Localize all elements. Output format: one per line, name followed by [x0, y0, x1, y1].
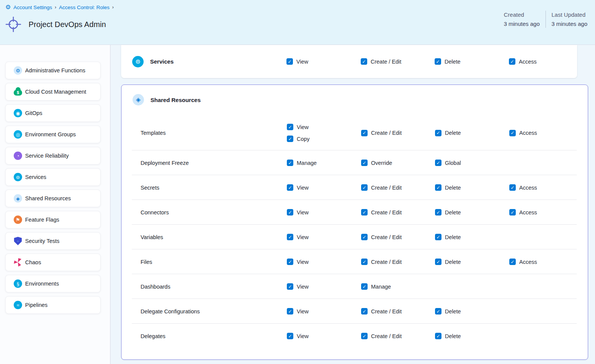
gitops-icon: ◉	[14, 109, 22, 117]
checkbox-create-edit[interactable]: ✓	[361, 209, 368, 216]
checkbox-delete[interactable]: ✓	[435, 209, 441, 216]
checkbox-view[interactable]: ✓	[287, 308, 293, 315]
permission-cell: ✓View	[287, 299, 309, 324]
page-header: ⚙Account Settings›Access Control: Roles›…	[0, 0, 595, 45]
permission-label: Delete	[445, 185, 461, 191]
shared-resources-card: ◈ Shared Resources Templates✓View✓Copy✓C…	[121, 85, 588, 360]
permission-cell: ✓Delete	[435, 115, 461, 150]
checkbox-access[interactable]: ✓	[509, 259, 516, 265]
sidebar-item-environment-groups[interactable]: ◎Environment Groups	[5, 126, 101, 143]
checkbox-create-edit[interactable]: ✓	[361, 184, 368, 191]
services-card-header: ⊚ Services	[132, 45, 174, 78]
checkbox-view[interactable]: ✓	[287, 209, 293, 216]
checkbox-delete[interactable]: ✓	[435, 58, 441, 65]
permission-row-files: Files✓View✓Create / Edit✓Delete✓Access	[122, 249, 588, 274]
sidebar-item-shared-resources[interactable]: ◈Shared Resources	[5, 190, 101, 207]
checkbox-create-edit[interactable]: ✓	[361, 234, 368, 240]
shared-resources-diamond-icon: ◈	[133, 94, 144, 105]
checkbox-delete[interactable]: ✓	[435, 184, 441, 191]
checkbox-view[interactable]: ✓	[287, 283, 293, 290]
permission-label: View	[297, 308, 309, 315]
permission-item-override: ✓Override	[361, 160, 392, 166]
security-shield-icon: ◦	[14, 237, 22, 245]
permission-cell: ✓Create / Edit	[361, 249, 402, 274]
sidebar-item-service-reliability[interactable]: ◔Service Reliability	[5, 147, 101, 164]
permission-label: Access	[519, 59, 537, 65]
checkbox-override[interactable]: ✓	[361, 160, 368, 166]
permission-item-access: ✓Access	[509, 209, 537, 216]
sidebar-item-label: Shared Resources	[25, 195, 71, 201]
permission-item-view: ✓View	[286, 58, 308, 65]
checkbox-delete[interactable]: ✓	[435, 308, 441, 315]
breadcrumb-link-access-control-roles[interactable]: Access Control: Roles	[59, 5, 110, 10]
permission-cell: ✓Create / Edit	[361, 175, 402, 200]
checkbox-view[interactable]: ✓	[287, 124, 293, 130]
permission-row-connectors: Connectors✓View✓Create / Edit✓Delete✓Acc…	[122, 200, 588, 225]
permission-row-deployment-freeze: Deployment Freeze✓Manage✓Override✓Global	[122, 150, 588, 175]
sidebar-item-label: Feature Flags	[25, 217, 59, 223]
permission-row-templates: Templates✓View✓Copy✓Create / Edit✓Delete…	[122, 115, 588, 150]
permission-label: Copy	[297, 136, 310, 142]
resource-label: Delegates	[141, 324, 165, 348]
checkbox-manage[interactable]: ✓	[361, 283, 368, 290]
permission-item-manage: ✓Manage	[361, 283, 391, 290]
sidebar-item-gitops[interactable]: ◉GitOps	[5, 104, 101, 122]
sidebar-item-cloud-cost-management[interactable]: $Cloud Cost Management	[5, 83, 101, 101]
permission-item-delete: ✓Delete	[435, 130, 461, 136]
sidebar-item-chaos[interactable]: Chaos	[5, 254, 101, 271]
checkbox-create-edit[interactable]: ✓	[361, 333, 368, 339]
permission-row-dashboards: Dashboards✓View✓Manage	[122, 274, 588, 299]
permission-cell: ✓View	[287, 274, 309, 299]
permission-row-delegate-configurations: Delegate Configurations✓View✓Create / Ed…	[122, 299, 588, 324]
resource-label: Dashboards	[141, 274, 170, 299]
checkbox-access[interactable]: ✓	[509, 209, 516, 216]
sidebar-item-label: Environments	[25, 281, 59, 287]
target-crosshair-icon	[5, 16, 22, 33]
page-title: Project DevOps Admin	[29, 20, 106, 29]
sidebar-item-administrative-functions[interactable]: ⚙Administrative Functions	[5, 62, 101, 79]
sidebar-item-services[interactable]: ⊚Services	[5, 168, 101, 186]
permission-label: Access	[519, 209, 537, 216]
checkbox-access[interactable]: ✓	[509, 58, 515, 65]
sidebar-item-pipelines[interactable]: ≈Pipelines	[5, 296, 101, 314]
sidebar-item-feature-flags[interactable]: ⚑Feature Flags	[5, 211, 101, 228]
permission-cell: ✓Global	[435, 150, 461, 175]
checkbox-copy[interactable]: ✓	[287, 136, 293, 142]
checkbox-create-edit[interactable]: ✓	[361, 130, 368, 136]
permission-label: Global	[445, 160, 461, 166]
permission-label: Access	[519, 185, 537, 191]
checkbox-view[interactable]: ✓	[287, 184, 293, 191]
permission-label: Delete	[445, 333, 461, 339]
gear-icon: ⚙	[14, 66, 22, 75]
checkbox-global[interactable]: ✓	[435, 160, 441, 166]
checkbox-delete[interactable]: ✓	[435, 130, 441, 136]
sidebar-item-environments[interactable]: §Environments	[5, 275, 101, 292]
shared-resources-icon: ◈	[14, 194, 22, 203]
permission-item-view: ✓View	[287, 333, 309, 339]
breadcrumb-link-account-settings[interactable]: Account Settings	[13, 5, 52, 10]
checkbox-view[interactable]: ✓	[287, 259, 293, 265]
checkbox-create-edit[interactable]: ✓	[361, 58, 367, 65]
checkbox-access[interactable]: ✓	[509, 184, 516, 191]
checkbox-view[interactable]: ✓	[287, 333, 293, 339]
checkbox-create-edit[interactable]: ✓	[361, 259, 368, 265]
created-meta: Created 3 minutes ago	[504, 11, 540, 28]
permission-cell: ✓Manage	[287, 150, 317, 175]
services-card: ⊚ Services ✓View✓Create / Edit✓Delete✓Ac…	[121, 45, 577, 78]
permission-item-create-edit: ✓Create / Edit	[361, 58, 401, 65]
checkbox-manage[interactable]: ✓	[287, 160, 293, 166]
permission-item-delete: ✓Delete	[435, 259, 461, 265]
checkbox-view[interactable]: ✓	[287, 234, 293, 240]
permission-label: Create / Edit	[371, 130, 402, 136]
checkbox-view[interactable]: ✓	[286, 58, 293, 65]
permission-cell: ✓Access	[509, 200, 537, 225]
permission-item-create-edit: ✓Create / Edit	[361, 333, 402, 339]
checkbox-create-edit[interactable]: ✓	[361, 308, 368, 315]
checkbox-access[interactable]: ✓	[509, 130, 516, 136]
sidebar-item-security-tests[interactable]: ◦Security Tests	[5, 232, 101, 250]
resource-label: Connectors	[141, 200, 169, 225]
permission-item-copy: ✓Copy	[287, 136, 310, 142]
checkbox-delete[interactable]: ✓	[435, 333, 441, 339]
checkbox-delete[interactable]: ✓	[435, 259, 441, 265]
checkbox-delete[interactable]: ✓	[435, 234, 441, 240]
